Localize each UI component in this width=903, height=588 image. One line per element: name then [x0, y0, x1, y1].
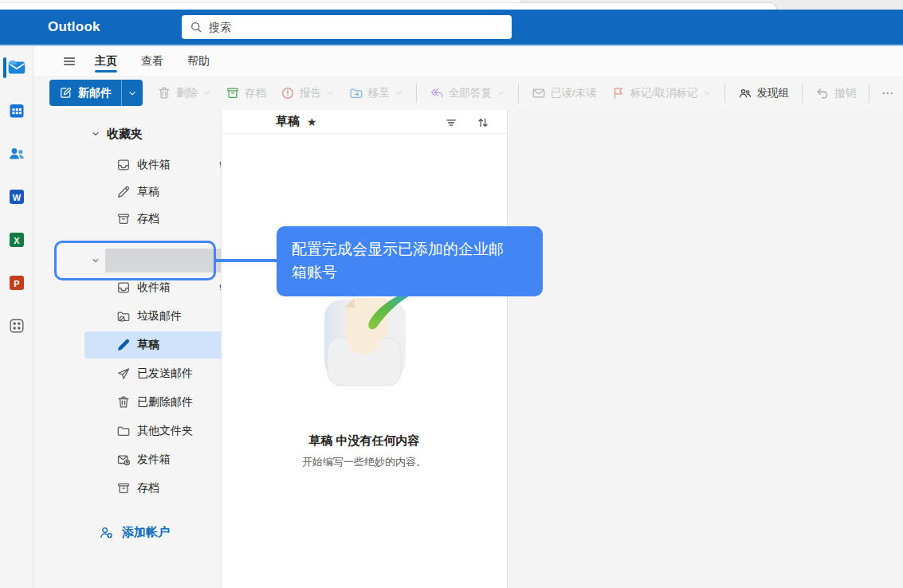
reply-all-button[interactable]: 全部答复	[422, 80, 512, 106]
delete-button[interactable]: 删除	[150, 80, 218, 106]
folder-item-inbox-favorite[interactable]: 收件箱 972	[84, 151, 242, 178]
chevron-down-icon	[91, 129, 100, 139]
report-alert-icon	[281, 86, 295, 100]
rail-item-powerpoint[interactable]: P	[0, 261, 33, 304]
empty-state-title: 草稿 中没有任何内容	[308, 433, 419, 449]
search-box[interactable]	[182, 15, 512, 39]
new-mail-split-button[interactable]: 新邮件	[49, 80, 143, 106]
add-account-button[interactable]: 添加帐户	[84, 518, 242, 547]
tab-view[interactable]: 查看	[129, 46, 175, 76]
callout-text-line1: 配置完成会显示已添加的企业邮	[292, 237, 528, 261]
rail-item-apps[interactable]	[0, 304, 33, 347]
folder-item-sent[interactable]: 已发送邮件	[84, 360, 242, 387]
folder-item-junk[interactable]: 垃圾邮件	[84, 303, 242, 330]
chevron-down-icon	[128, 88, 137, 98]
powerpoint-icon: P	[7, 273, 26, 292]
delete-label: 删除	[176, 86, 198, 100]
report-button[interactable]: 报告	[273, 80, 342, 106]
archive-box-icon	[116, 212, 131, 226]
folder-label: 收件箱	[137, 158, 171, 172]
reply-all-label: 全部答复	[449, 86, 492, 100]
folder-label: 发件箱	[137, 453, 171, 467]
annotation-callout: 配置完成会显示已添加的企业邮 箱账号	[277, 226, 543, 296]
chevron-down-icon	[395, 88, 403, 97]
chevron-down-icon	[497, 88, 505, 97]
folder-item-archive-favorite[interactable]: 存档 2	[84, 206, 242, 233]
folder-item-deleted[interactable]: 已删除邮件	[84, 389, 242, 416]
rail-item-word[interactable]: W	[0, 175, 33, 218]
folder-icon	[116, 424, 131, 438]
rail-item-excel[interactable]: X	[0, 218, 33, 261]
archive-box-icon	[116, 481, 131, 496]
favorites-header-label: 收藏夹	[107, 127, 143, 142]
undo-label: 撤销	[834, 86, 856, 100]
flag-button[interactable]: 标记/取消标记	[604, 80, 719, 106]
svg-text:W: W	[12, 193, 21, 202]
folder-label: 存档	[137, 212, 159, 226]
chevron-down-icon	[326, 88, 335, 97]
folder-label: 垃圾邮件	[137, 309, 182, 323]
toolbar-divider	[518, 84, 519, 103]
folder-label: 存档	[137, 481, 159, 496]
folder-item-drafts-favorite[interactable]: 草稿	[84, 178, 242, 206]
callout-connector-line	[215, 259, 277, 262]
folder-label: 已发送邮件	[137, 367, 193, 381]
new-mail-button[interactable]: 新邮件	[49, 80, 121, 106]
drafts-pencil-icon	[116, 338, 131, 352]
svg-text:X: X	[14, 236, 20, 245]
search-icon	[190, 21, 202, 33]
folder-label: 草稿	[137, 338, 159, 352]
undo-button[interactable]: 撤销	[808, 80, 863, 106]
tab-view-label: 查看	[141, 54, 163, 69]
empty-state-subtitle: 开始编写一些绝妙的内容。	[302, 455, 426, 469]
excel-icon: X	[7, 230, 26, 249]
trash-icon	[116, 395, 131, 410]
compose-icon	[59, 86, 73, 100]
tab-help[interactable]: 帮助	[175, 46, 222, 76]
report-label: 报告	[300, 86, 321, 100]
move-to-button[interactable]: 移至	[342, 80, 410, 106]
redacted-account-name	[105, 249, 231, 272]
reply-all-icon	[430, 86, 444, 100]
sort-button[interactable]	[473, 113, 493, 132]
folder-item-archive[interactable]: 存档 2	[84, 475, 242, 502]
move-folder-icon	[349, 86, 363, 100]
folder-item-outbox[interactable]: 发件箱	[84, 446, 242, 473]
message-list-pane: 草稿 ★	[221, 110, 508, 588]
archive-button[interactable]: 存档	[218, 80, 273, 106]
junk-folder-icon	[116, 309, 131, 323]
archive-label: 存档	[245, 86, 266, 100]
filter-button[interactable]	[442, 113, 461, 132]
toolbar-divider	[869, 84, 870, 103]
read-unread-button[interactable]: 已读/未读	[524, 80, 604, 106]
rail-item-calendar[interactable]	[0, 89, 33, 132]
inbox-icon	[116, 158, 131, 172]
envelope-icon	[532, 86, 546, 100]
trash-icon	[157, 86, 171, 100]
new-mail-dropdown-button[interactable]	[121, 80, 143, 106]
favorites-section-header[interactable]: 收藏夹	[84, 122, 242, 146]
flag-icon	[611, 86, 626, 100]
ribbon-toolbar: 新邮件 删除 存档	[33, 76, 903, 110]
chevron-down-icon	[91, 256, 100, 265]
discover-groups-button[interactable]: 发现组	[731, 80, 797, 106]
undo-icon	[815, 86, 830, 100]
people-icon	[7, 144, 26, 163]
tab-home[interactable]: 主页	[83, 46, 129, 76]
rail-item-mail[interactable]	[0, 46, 33, 89]
discover-groups-label: 发现组	[757, 86, 790, 100]
favorite-star-icon[interactable]: ★	[307, 116, 317, 128]
sent-icon	[116, 367, 131, 381]
search-input[interactable]	[209, 21, 504, 33]
archive-icon	[226, 86, 240, 100]
folder-item-other-folders[interactable]: 其他文件夹	[84, 417, 242, 445]
hamburger-menu-button[interactable]	[56, 49, 83, 73]
folder-label: 收件箱	[137, 280, 171, 295]
rail-item-people[interactable]	[0, 132, 33, 175]
folder-item-drafts-selected[interactable]: 草稿	[84, 331, 242, 359]
toolbar-divider	[724, 84, 725, 103]
outbox-icon	[116, 453, 131, 467]
more-options-button[interactable]: ⋯	[875, 86, 901, 100]
folder-item-inbox[interactable]: 收件箱 972	[84, 274, 242, 301]
folder-label: 已删除邮件	[137, 395, 193, 410]
